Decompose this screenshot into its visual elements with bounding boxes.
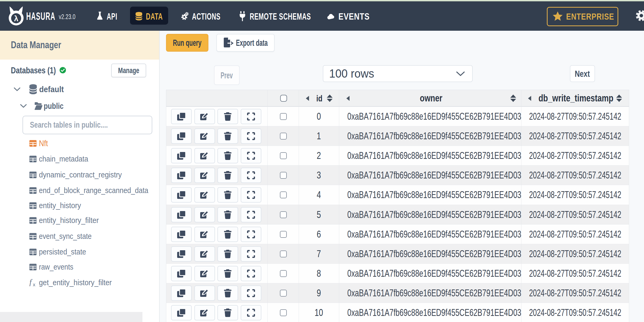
svg-text:x: x (33, 282, 35, 287)
svg-text:f: f (29, 278, 33, 286)
svg-text:λ: λ (14, 14, 18, 23)
